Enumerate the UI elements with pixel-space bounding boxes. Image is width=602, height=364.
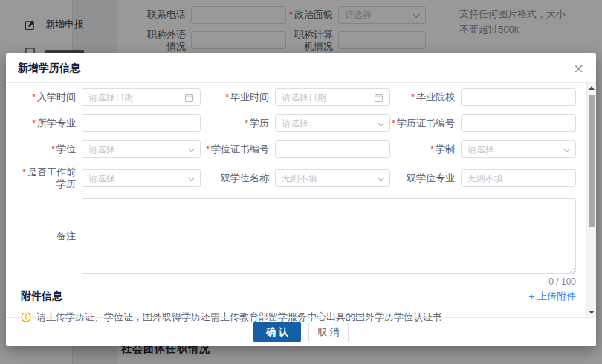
chevron-down-icon (378, 174, 385, 181)
modal-body: *入学时间 请选择日期 *毕业时间 请选择日期 *毕业院校 *所学专业 *学历 (6, 83, 596, 324)
degree-certificate-number-input[interactable] (275, 140, 390, 158)
degree-select[interactable]: 请选择 (82, 140, 201, 158)
diploma-number-label: *学历证书编号 (390, 117, 455, 129)
char-counter: 0 / 100 (21, 276, 576, 287)
major-input[interactable] (82, 114, 201, 132)
plus-icon: + (528, 291, 534, 302)
graduation-school-label: *毕业院校 (390, 91, 455, 103)
graduation-date-picker[interactable]: 请选择日期 (275, 88, 390, 106)
scroll-down-arrow-icon[interactable] (589, 311, 595, 314)
screen: 新增申报 联系电话 *政治面貌 请选择 支持任何图片格式，大小 不要超过500k… (0, 0, 602, 364)
remark-row: 备注 (21, 198, 576, 274)
double-degree-major-label: 双学位专业 (390, 172, 455, 184)
upload-attachment-link[interactable]: + 上传附件 (528, 290, 576, 303)
remark-label: 备注 (21, 230, 76, 243)
enrollment-date-picker[interactable]: 请选择日期 (82, 88, 201, 106)
pre-work-education-label: *是否工作前学历 (21, 166, 76, 190)
major-label: *所学专业 (21, 117, 76, 129)
double-degree-name-select[interactable]: 无则不填 (275, 169, 390, 187)
degree-label: *学位 (21, 143, 76, 155)
form-row: *是否工作前学历 请选择 双学位名称 无则不填 双学位专业 无则不填 (21, 166, 576, 190)
schooling-length-select[interactable]: 请选择 (461, 140, 576, 158)
chevron-down-icon (188, 145, 195, 152)
double-degree-name-label: 双学位名称 (201, 172, 269, 184)
close-icon[interactable]: × (573, 62, 584, 75)
pre-work-education-select[interactable]: 请选择 (82, 169, 201, 187)
double-degree-major-input[interactable]: 无则不填 (461, 169, 576, 187)
chevron-down-icon (563, 145, 571, 152)
attachment-section: 附件信息 + 上传附件 (21, 290, 576, 303)
degree-certificate-number-label: *学位证书编号 (201, 143, 269, 155)
education-level-label: *学历 (201, 117, 269, 129)
graduation-date-label: *毕业时间 (201, 91, 269, 103)
education-info-modal: 新增学历信息 × *入学时间 请选择日期 *毕业时间 请选择日期 *毕业院校 (6, 53, 596, 346)
cancel-button[interactable]: 取 消 (308, 322, 349, 342)
graduation-school-input[interactable] (461, 88, 576, 106)
form-row: *入学时间 请选择日期 *毕业时间 请选择日期 *毕业院校 (21, 88, 576, 106)
modal-footer: 确 认 取 消 (6, 317, 596, 346)
form-row: *所学专业 *学历 请选择 *学历证书编号 (21, 114, 576, 132)
form-row: *学位 请选择 *学位证书编号 *学制 请选择 (21, 140, 576, 158)
enrollment-date-label: *入学时间 (21, 91, 76, 103)
attachment-heading: 附件信息 (21, 290, 62, 303)
chevron-down-icon (378, 119, 385, 126)
resize-handle[interactable] (568, 266, 575, 273)
calendar-icon (184, 93, 194, 103)
scrollbar-thumb[interactable] (589, 95, 595, 227)
scroll-up-arrow-icon[interactable] (589, 86, 595, 90)
modal-title: 新增学历信息 (18, 62, 80, 75)
modal-scrollbar[interactable] (586, 83, 596, 317)
chevron-down-icon (188, 174, 195, 181)
schooling-length-label: *学制 (390, 143, 455, 155)
diploma-number-input[interactable] (461, 114, 576, 132)
modal-header: 新增学历信息 × (6, 53, 596, 83)
education-level-select[interactable]: 请选择 (275, 114, 390, 132)
remark-textarea[interactable] (82, 198, 576, 274)
calendar-icon (374, 93, 383, 103)
confirm-button[interactable]: 确 认 (253, 322, 301, 342)
